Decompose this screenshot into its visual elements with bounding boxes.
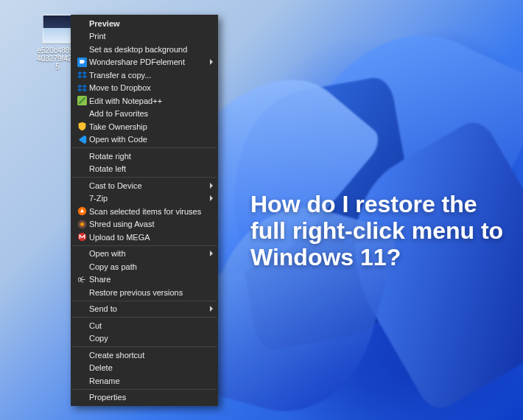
menu-item-send-to[interactable]: Send to	[71, 303, 217, 316]
menu-item-label: Create shortcut	[89, 351, 204, 360]
blank-icon	[74, 321, 89, 331]
avast-dark-icon	[74, 219, 89, 229]
dropbox-icon	[74, 83, 89, 93]
avast-icon	[74, 206, 89, 217]
blank-icon	[74, 181, 89, 191]
menu-item-label: Rename	[89, 377, 204, 385]
blank-icon	[74, 193, 89, 203]
blank-icon	[74, 151, 89, 161]
menu-item-label: Transfer a copy...	[89, 71, 204, 80]
menu-item-label: Scan selected items for viruses	[89, 207, 204, 216]
menu-item-create-shortcut[interactable]: Create shortcut	[71, 349, 217, 362]
desktop-wallpaper: e520c48899403279f429f5 PreviewPrintSet a…	[0, 0, 523, 420]
menu-item-copy[interactable]: Copy	[71, 332, 217, 346]
menu-item-edit-with-notepad[interactable]: Edit with Notepad++	[71, 94, 217, 108]
menu-item-label: Properties	[89, 393, 204, 402]
blank-icon	[74, 363, 89, 373]
mega-icon	[74, 232, 89, 242]
submenu-arrow-icon	[210, 183, 213, 189]
blank-icon	[74, 333, 89, 343]
notepadpp-icon	[74, 96, 89, 106]
menu-separator	[72, 389, 217, 390]
menu-item-label: Share	[89, 275, 204, 284]
menu-item-label: Shred using Avast	[89, 220, 204, 228]
menu-item-set-as-desktop-background[interactable]: Set as desktop background	[71, 43, 217, 56]
menu-item-cast-to-device[interactable]: Cast to Device	[71, 179, 217, 192]
context-menu: PreviewPrintSet as desktop backgroundWon…	[71, 15, 218, 406]
menu-separator	[72, 301, 217, 301]
svg-rect-6	[78, 278, 80, 281]
menu-item-cut[interactable]: Cut	[71, 319, 217, 332]
submenu-arrow-icon	[210, 251, 213, 256]
menu-item-open-with-code[interactable]: Open with Code	[71, 133, 217, 147]
menu-item-label: Move to Dropbox	[89, 83, 204, 92]
menu-item-label: Upload to MEGA	[89, 233, 204, 242]
menu-item-label: 7-Zip	[89, 194, 204, 203]
menu-item-label: Wondershare PDFelement	[89, 57, 204, 66]
blank-icon	[74, 44, 89, 55]
menu-separator	[72, 147, 217, 148]
menu-item-label: Restore previous versions	[89, 288, 204, 297]
blank-icon	[74, 248, 89, 259]
menu-item-upload-to-mega[interactable]: Upload to MEGA	[71, 231, 217, 244]
menu-item-wondershare-pdfelement[interactable]: Wondershare PDFelement	[71, 56, 217, 69]
menu-separator	[72, 245, 217, 246]
submenu-arrow-icon	[210, 306, 213, 312]
menu-item-label: Copy as path	[89, 262, 204, 271]
menu-item-copy-as-path[interactable]: Copy as path	[71, 260, 217, 273]
menu-item-add-to-favorites[interactable]: Add to Favorites	[71, 108, 217, 121]
menu-item-label: Delete	[89, 363, 204, 372]
menu-item-label: Copy	[89, 334, 204, 343]
menu-item-rename[interactable]: Rename	[71, 374, 217, 388]
menu-item-move-to-dropbox[interactable]: Move to Dropbox	[71, 82, 217, 95]
menu-item-open-with[interactable]: Open with	[71, 248, 217, 261]
menu-item-transfer-a-copy[interactable]: Transfer a copy...	[71, 69, 217, 82]
blank-icon	[74, 18, 89, 29]
menu-item-label: Cast to Device	[89, 181, 204, 190]
blank-icon	[74, 376, 89, 386]
menu-item-label: Take Ownership	[89, 122, 204, 131]
file-thumbnail-icon	[43, 15, 72, 44]
blank-icon	[74, 164, 89, 174]
svg-point-4	[80, 223, 84, 226]
menu-item-preview[interactable]: Preview	[71, 17, 217, 30]
menu-item-label: Open with	[89, 249, 204, 258]
menu-item-take-ownership[interactable]: Take Ownership	[71, 120, 217, 133]
menu-item-print[interactable]: Print	[71, 30, 217, 43]
menu-separator	[72, 346, 217, 347]
menu-item-label: Cut	[89, 321, 204, 330]
menu-item-scan-selected-items-for-viruses[interactable]: Scan selected items for viruses	[71, 205, 217, 218]
menu-item-label: Send to	[89, 304, 204, 313]
submenu-arrow-icon	[210, 195, 213, 201]
menu-item-rotate-right[interactable]: Rotate right	[71, 150, 217, 163]
menu-item-restore-previous-versions[interactable]: Restore previous versions	[71, 286, 217, 299]
menu-item-delete[interactable]: Delete	[71, 362, 217, 375]
blank-icon	[74, 350, 89, 360]
menu-item-label: Preview	[89, 19, 204, 28]
share-icon	[74, 274, 89, 284]
menu-separator	[72, 177, 217, 178]
blank-icon	[74, 287, 89, 298]
headline-text: How do I restore the full right-click me…	[250, 192, 508, 270]
menu-item-label: Open with Code	[89, 135, 204, 144]
vscode-icon	[74, 134, 89, 144]
menu-separator	[72, 317, 217, 318]
menu-item-label: Set as desktop background	[89, 45, 204, 54]
blank-icon	[74, 392, 89, 402]
menu-item-rotate-left[interactable]: Rotate left	[71, 163, 217, 176]
menu-item-7-zip[interactable]: 7-Zip	[71, 192, 217, 206]
menu-item-label: Rotate right	[89, 152, 204, 161]
menu-item-properties[interactable]: Properties	[71, 391, 217, 405]
menu-item-label: Edit with Notepad++	[89, 97, 204, 105]
menu-item-shred-using-avast[interactable]: Shred using Avast	[71, 218, 217, 231]
dropbox-icon	[74, 70, 89, 80]
menu-item-label: Add to Favorites	[89, 109, 204, 118]
blank-icon	[74, 31, 89, 41]
menu-item-share[interactable]: Share	[71, 273, 217, 287]
blank-icon	[74, 262, 89, 272]
submenu-arrow-icon	[210, 59, 213, 65]
pdfelement-icon	[74, 57, 89, 67]
shield-gold-icon	[74, 122, 89, 132]
blank-icon	[74, 108, 89, 119]
menu-item-label: Print	[89, 32, 204, 41]
